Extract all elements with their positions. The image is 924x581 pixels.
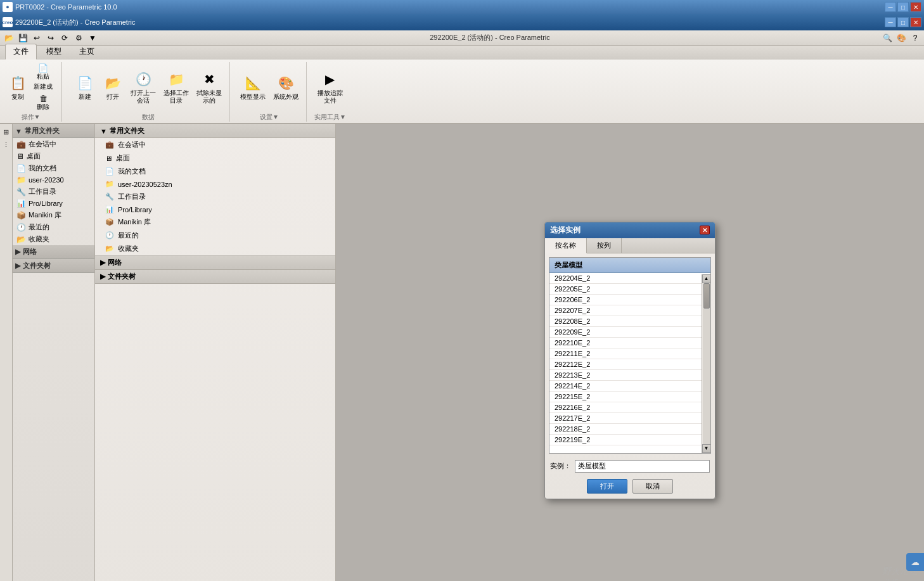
dialog-list-item[interactable]: 292214E_2 — [549, 381, 710, 392]
quick-search-btn[interactable]: 🔍 — [881, 32, 894, 44]
dialog-list-item[interactable]: 292211E_2 — [549, 348, 710, 359]
active-maximize-btn[interactable]: □ — [897, 17, 909, 27]
active-minimize-btn[interactable]: ─ — [885, 17, 896, 27]
panel-item-manikin[interactable]: 📦 Manikin 库 — [95, 215, 335, 229]
sidebar-item-prolibrary[interactable]: 📊 Pro/Library — [13, 198, 94, 209]
bg-minimize-btn[interactable]: ─ — [885, 2, 896, 12]
quick-save-btn[interactable]: 💾 — [16, 32, 29, 44]
open-recent-btn[interactable]: 🕐 打开上一 会话 — [128, 68, 158, 106]
dialog-list-item[interactable]: 292219E_2 — [549, 435, 710, 445]
active-app-logo: creo — [3, 17, 13, 27]
sidebar-item-favorites[interactable]: 📂 收藏夹 — [13, 233, 94, 245]
dialog-list-item[interactable]: 292205E_2 — [549, 284, 710, 295]
dialog-list-item[interactable]: 292208E_2 — [549, 316, 710, 327]
scroll-down-arrow[interactable]: ▼ — [702, 444, 711, 453]
sidebar-section-network[interactable]: ▶ 网络 — [13, 245, 94, 259]
new-create-btn[interactable]: 新建成 — [32, 82, 55, 91]
dialog-list-item[interactable]: 292218E_2 — [549, 424, 710, 435]
dialog-close-btn[interactable]: ✕ — [700, 226, 710, 234]
bg-maximize-btn[interactable]: □ — [897, 2, 909, 12]
dialog-list-item[interactable]: 292210E_2 — [549, 338, 710, 348]
quick-open-btn[interactable]: 📂 — [3, 32, 15, 44]
scroll-track[interactable] — [703, 283, 710, 444]
dialog-open-btn[interactable]: 打开 — [587, 479, 627, 494]
panel-section-file-tree[interactable]: ▶ 文件夹树 — [95, 270, 335, 284]
select-dir-btn[interactable]: 📁 选择工作 目录 — [161, 68, 191, 106]
dialog-tab-by-col[interactable]: 按列 — [587, 238, 622, 253]
nav-icon-2[interactable]: ⋮ — [1, 139, 11, 150]
settings-group-label[interactable]: 设置▼ — [260, 113, 279, 122]
panel-item-desktop[interactable]: 🖥 桌面 — [95, 151, 335, 165]
quick-help-btn[interactable]: ? — [909, 32, 921, 44]
sidebar-item-recent[interactable]: 🕐 最近的 — [13, 221, 94, 233]
sidebar-item-workdir[interactable]: 🔧 工作目录 — [13, 186, 94, 198]
remove-unshown-btn[interactable]: ✖ 拭除未显 示的 — [194, 68, 224, 106]
dialog-list-item[interactable]: 292209E_2 — [549, 327, 710, 338]
bg-close-btn[interactable]: ✕ — [910, 2, 921, 12]
panel-item-docs[interactable]: 📄 我的文档 — [95, 165, 335, 178]
paste-btn[interactable]: 📄 粘贴 — [32, 62, 55, 81]
tab-model[interactable]: 模型 — [38, 44, 70, 60]
tab-file[interactable]: 文件 — [5, 44, 37, 60]
dialog-tab-by-name[interactable]: 按名称 — [545, 238, 587, 253]
sidebar-section-common[interactable]: ▼ 常用文件夹 — [13, 124, 94, 138]
sidebar-section-file-tree[interactable]: ▶ 文件夹树 — [13, 259, 94, 273]
sidebar-item-docs[interactable]: 📄 我的文档 — [13, 162, 94, 174]
bg-window-controls[interactable]: ─ □ ✕ — [885, 2, 921, 12]
panel-item-workdir[interactable]: 🔧 工作目录 — [95, 190, 335, 203]
dialog-list-item[interactable]: 292216E_2 — [549, 402, 710, 413]
dialog-cancel-btn[interactable]: 取消 — [632, 479, 673, 494]
operations-group-label[interactable]: 操作▼ — [5, 113, 56, 122]
ribbon-content: 📋 复制 📄 粘贴 新建成 🗑 删除 操作▼ 📄 — [0, 60, 924, 124]
prolibrary-icon: 📊 — [16, 199, 26, 208]
dialog-instance-label: 实例： — [550, 461, 571, 471]
dialog-list-item[interactable]: 292204E_2 — [549, 273, 710, 284]
dialog-list-item[interactable]: 292217E_2 — [549, 413, 710, 424]
sidebar-item-user[interactable]: 📁 user-20230 — [13, 174, 94, 186]
recent-icon: 🕐 — [16, 223, 26, 232]
sys-appearance-btn[interactable]: 🎨 系统外观 — [271, 72, 301, 102]
active-window-controls[interactable]: ─ □ ✕ — [885, 17, 921, 27]
sidebar-item-session[interactable]: 💼 在会话中 — [13, 138, 94, 150]
scroll-up-arrow[interactable]: ▲ — [702, 274, 711, 283]
dialog-list-header: 类屋模型 — [549, 258, 710, 273]
quick-regen-btn[interactable]: ⟳ — [58, 32, 71, 44]
panel-item-session[interactable]: 💼 在会话中 — [95, 138, 335, 151]
panel-item-favorites[interactable]: 📂 收藏夹 — [95, 242, 335, 255]
new-file-btn[interactable]: 📄 新建 — [72, 72, 98, 102]
dialog-list-items[interactable]: 292204E_2292205E_2292206E_2292207E_22922… — [549, 273, 710, 452]
dialog-list-item[interactable]: 292206E_2 — [549, 295, 710, 305]
open-file-btn[interactable]: 📂 打开 — [100, 72, 125, 102]
panel-item-user[interactable]: 📁 user-20230523zn — [95, 178, 335, 190]
nav-icon-1[interactable]: ⊞ — [1, 127, 11, 137]
quick-undo-btn[interactable]: ↩ — [30, 32, 43, 44]
panel-prolibrary-icon: 📊 — [105, 205, 114, 214]
dialog-list-item[interactable]: 292212E_2 — [549, 359, 710, 370]
quick-more-btn[interactable]: ▼ — [86, 32, 99, 44]
dialog-scrollbar[interactable]: ▲ ▼ — [702, 274, 710, 453]
sidebar-item-desktop[interactable]: 🖥 桌面 — [13, 150, 94, 162]
panel-item-prolibrary[interactable]: 📊 Pro/Library — [95, 203, 335, 215]
dialog-list-item[interactable]: 292207E_2 — [549, 305, 710, 316]
panel-section-network[interactable]: ▶ 网络 — [95, 256, 335, 270]
panel-item-recent[interactable]: 🕐 最近的 — [95, 229, 335, 242]
quick-appearance-btn[interactable]: 🎨 — [895, 32, 908, 44]
sidebar-item-manikin[interactable]: 📦 Manikin 库 — [13, 209, 94, 221]
delete-btn[interactable]: 🗑 删除 — [32, 93, 55, 112]
dialog-list-item[interactable]: 292213E_2 — [549, 370, 710, 381]
model-display-btn[interactable]: 📐 模型显示 — [238, 72, 268, 102]
copy-btn[interactable]: 📋 复制 — [5, 72, 30, 102]
scroll-thumb[interactable] — [703, 283, 710, 309]
active-window-title: 292200E_2 (活动的) - Creo Parametric — [15, 18, 136, 27]
quick-redo-btn[interactable]: ↪ — [44, 32, 57, 44]
tab-main[interactable]: 主页 — [71, 44, 103, 60]
tools-group-label[interactable]: 实用工具▼ — [314, 113, 346, 122]
dialog-list-item[interactable]: 292215E_2 — [549, 392, 710, 402]
dialog-instance-input[interactable] — [575, 460, 710, 473]
playback-btn[interactable]: ▶ 播放追踪 文件 — [315, 68, 345, 106]
panel-header-common[interactable]: ▼ 常用文件夹 — [95, 124, 335, 138]
active-close-btn[interactable]: ✕ — [910, 17, 921, 27]
quick-settings-btn[interactable]: ⚙ — [72, 32, 85, 44]
new-file-icon: 📄 — [75, 73, 95, 93]
session-icon: 💼 — [16, 140, 26, 149]
